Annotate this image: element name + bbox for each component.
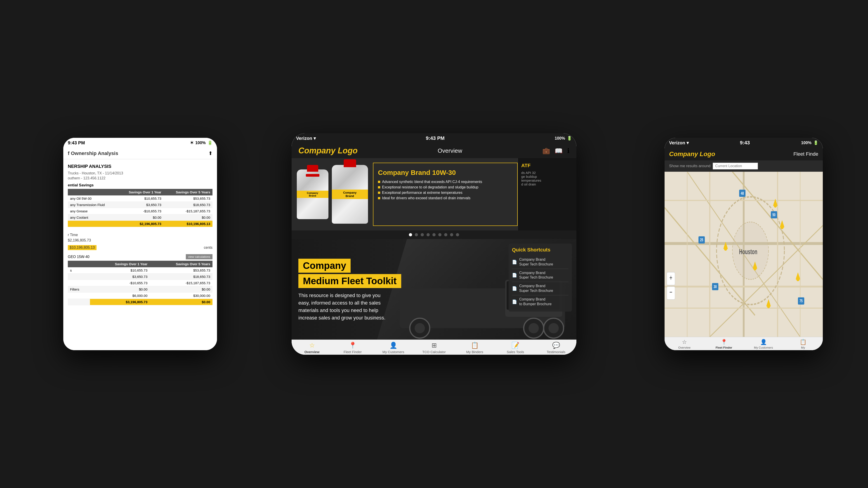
binders-icon: 📋 — [471, 341, 479, 349]
briefcase-icon[interactable]: 💼 — [542, 147, 550, 155]
shortcuts-title: Quick Shortcuts — [512, 247, 568, 253]
nav-item-testimonials[interactable]: 💬 Testimonials — [536, 341, 577, 354]
tco-info1: Trucks - Houston, TX - 11/14/2013 — [68, 171, 213, 175]
search-bar: Show me results around — [664, 160, 823, 172]
tco-t2-th3: Savings Over 5 Years — [150, 261, 213, 267]
bullet-icon — [378, 181, 380, 183]
info-icon[interactable]: ℹ — [567, 147, 569, 155]
right-customers-icon: 👤 — [760, 339, 767, 345]
view-calculations-button[interactable]: view calculations — [186, 254, 213, 259]
left-time: 9:43 PM — [68, 140, 85, 145]
right-nav-my[interactable]: 📋 My — [783, 339, 823, 349]
tco-nav-title: f Ownership Analysis — [68, 151, 118, 156]
dot-5[interactable] — [432, 233, 436, 236]
atf-sub: ds API 32 ge buildup temperatures d oil … — [521, 171, 573, 186]
sales-tools-icon: 📝 — [512, 341, 520, 349]
table-cell — [68, 293, 90, 299]
nav-item-my-binders[interactable]: 📋 My Binders — [454, 341, 495, 354]
center-time: 9:43 PM — [426, 135, 445, 141]
truck-background: Company Medium Fleet Toolkit This resour… — [291, 239, 577, 339]
center-battery-icon: 🔋 — [567, 136, 572, 141]
table-cell: $0.00 — [164, 215, 213, 221]
product-bullet-2: Exceptional resistance to oil degradatio… — [378, 185, 513, 189]
tco-section1: ential Savings — [68, 183, 213, 188]
table-cell: any Coolant — [68, 215, 117, 221]
svg-point-39 — [780, 223, 784, 229]
table-cell: $0.00 — [117, 215, 164, 221]
svg-text:30: 30 — [714, 284, 717, 289]
svg-point-47 — [796, 275, 800, 281]
shortcut-item-2[interactable]: 📄 Company BrandSuper Tech Brochure — [512, 269, 568, 282]
nav-item-fleet-finder[interactable]: 📍 Fleet Finder — [332, 341, 373, 354]
app-header: Company Logo Overview 💼 📖 ℹ — [291, 143, 577, 158]
atf-title: ATF — [521, 163, 573, 168]
table-cell: $30,000.00 — [150, 293, 213, 299]
overview-icon: ☆ — [309, 341, 315, 349]
book-icon[interactable]: 📖 — [555, 147, 563, 155]
product-bullet-4: Ideal for drivers who exceed standard oi… — [378, 196, 513, 200]
table-cell — [68, 280, 90, 286]
table-cell: $3,650.73 — [117, 202, 164, 208]
right-nav-my-customers[interactable]: 👤 My Customers — [744, 339, 783, 349]
dot-9[interactable] — [456, 233, 459, 236]
table-cell: any Oil 5W-30 — [68, 195, 117, 202]
share-icon[interactable]: ⬆ — [209, 151, 213, 156]
right-battery-icon: 🔋 — [813, 140, 818, 145]
bottle-cap — [307, 165, 318, 172]
right-status-bar: Verizon ▾ 9:43 100% 🔋 — [664, 138, 823, 148]
map-area[interactable]: 48 50 25 30 75 Houston — [664, 172, 823, 337]
table-cell: $10,655.73 — [117, 195, 164, 202]
product-bullet-3: Exceptional performance at extreme tempe… — [378, 191, 513, 195]
bullet-icon — [378, 197, 380, 199]
bullet-icon — [378, 186, 380, 188]
nav-label-tco: TCO Calculator — [422, 350, 445, 354]
table-cell: -$15,187,655.73 — [164, 208, 213, 215]
tco-info2: outhern - 123.456.1122 — [68, 176, 213, 180]
shortcut-item-4[interactable]: 📄 Company Brandto Bumper Brochure — [512, 295, 568, 308]
bottom-navigation: ☆ Overview 📍 Fleet Finder 👤 My Customers… — [291, 339, 577, 355]
table-cell: $0.00 — [150, 286, 213, 293]
tco-th2: Savings Over 1 Year — [117, 189, 164, 195]
dot-4[interactable] — [427, 233, 430, 236]
nav-item-tco[interactable]: ⊞ TCO Calculator — [414, 341, 454, 354]
tco-heading: NERSHIP ANALYSIS — [68, 164, 213, 169]
dot-6[interactable] — [438, 233, 441, 236]
nav-item-my-customers[interactable]: 👤 My Customers — [373, 341, 414, 354]
dots-indicator — [291, 230, 577, 239]
tco-t2-th1 — [68, 261, 90, 267]
search-input[interactable] — [713, 163, 758, 169]
dot-3[interactable] — [421, 233, 424, 236]
right-nav-overview[interactable]: ☆ Overview — [664, 339, 704, 349]
tco-content: NERSHIP ANALYSIS Trucks - Houston, TX - … — [63, 159, 217, 312]
tco-icon: ⊞ — [432, 341, 437, 349]
table-cell: $10,655.73 — [90, 267, 150, 273]
table-cell: $53,655.73 — [164, 195, 213, 202]
right-my-icon: 📋 — [800, 339, 807, 345]
table-cell: $18,650.73 — [164, 202, 213, 208]
scene: 9:43 PM ✶ 100% 🔋 f Ownership Analysis ⬆ … — [0, 0, 868, 488]
svg-point-37 — [774, 202, 777, 207]
bluetooth-icon: ✶ — [190, 140, 193, 145]
doc-icon-2: 📄 — [512, 273, 517, 278]
right-nav-label-fleet-finder: Fleet Finder — [716, 346, 733, 349]
shortcut-item-3[interactable]: 📄 Company BrandSuper Tech Brochure — [512, 282, 568, 295]
center-battery-percent: 100% — [555, 136, 565, 141]
dot-2[interactable] — [415, 233, 418, 236]
shortcut-label-3: Company BrandSuper Tech Brochure — [519, 284, 553, 293]
right-nav-fleet-finder[interactable]: 📍 Fleet Finder — [704, 339, 744, 349]
dot-8[interactable] — [450, 233, 453, 236]
right-app-header: Company Logo Fleet Finde — [664, 148, 823, 160]
table-cell: s — [68, 267, 90, 273]
quick-shortcuts-panel: Quick Shortcuts 📄 Company BrandSuper Tec… — [508, 243, 572, 312]
shortcut-item-1[interactable]: 📄 Company BrandSuper Tech Brochure — [512, 256, 568, 269]
right-company-logo: Company Logo — [669, 151, 715, 158]
dot-1[interactable] — [409, 233, 412, 236]
nav-item-sales-tools[interactable]: 📝 Sales Tools — [495, 341, 536, 354]
svg-point-8 — [549, 323, 559, 333]
table-total-cell: $3,196,805.73 — [90, 299, 150, 305]
nav-item-overview[interactable]: ☆ Overview — [291, 341, 332, 354]
svg-text:50: 50 — [772, 213, 775, 217]
dot-7[interactable] — [444, 233, 447, 236]
right-ipad-screen: Verizon ▾ 9:43 100% 🔋 Company Logo Fleet… — [664, 138, 823, 350]
product-geo-label: GEO 15W-40 — [68, 255, 90, 259]
